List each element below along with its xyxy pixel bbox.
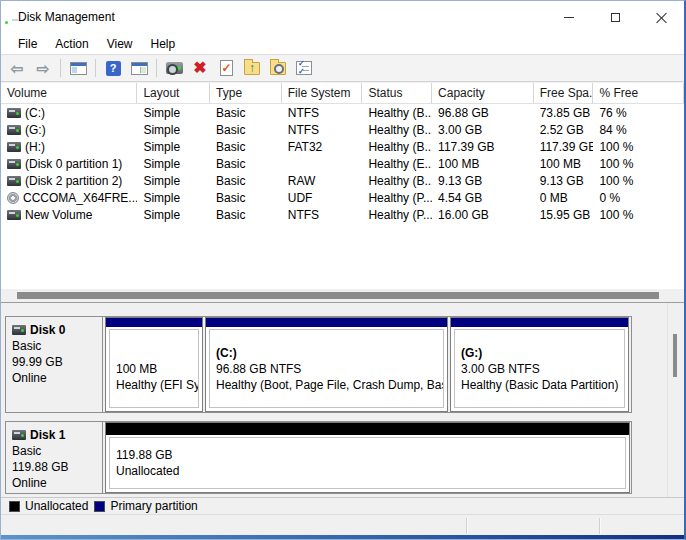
partition-c[interactable]: (C:) 96.88 GB NTFS Healthy (Boot, Page F… xyxy=(205,317,448,412)
properties-list-button[interactable] xyxy=(292,57,316,79)
header-free-space[interactable]: Free Spa... xyxy=(534,83,594,103)
unallocated-region[interactable]: 119.88 GB Unallocated xyxy=(105,422,630,493)
legend-item-unallocated: Unallocated xyxy=(9,499,88,513)
status-bar-separator xyxy=(466,518,467,534)
disk-icon xyxy=(12,325,26,335)
cell-capacity: 117.39 GB xyxy=(432,140,534,154)
cell-type: Basic xyxy=(210,191,282,205)
partition-efi[interactable]: 100 MB Healthy (EFI Sys xyxy=(105,317,203,412)
disk-status: Online xyxy=(12,370,96,386)
cell-pct-free: 76 % xyxy=(593,106,684,120)
cell-status: Healthy (E... xyxy=(362,157,432,171)
minimize-icon xyxy=(564,17,574,18)
disk-1-label[interactable]: Disk 1 Basic 119.88 GB Online xyxy=(6,422,103,493)
window-bottom-border xyxy=(1,535,684,539)
open-button[interactable] xyxy=(240,57,264,79)
volume-list-header: Volume Layout Type File System Status Ca… xyxy=(1,83,684,104)
forward-button[interactable]: ⇨ xyxy=(31,57,55,79)
cell-type: Basic xyxy=(210,106,282,120)
cell-capacity: 100 MB xyxy=(432,157,534,171)
partition-g[interactable]: (G:) 3.00 GB NTFS Healthy (Basic Data Pa… xyxy=(450,317,629,412)
close-icon xyxy=(656,12,667,23)
volume-name: CCCOMA_X64FRE... xyxy=(23,191,137,205)
cell-status: Healthy (P... xyxy=(362,208,432,222)
minimize-button[interactable] xyxy=(546,1,592,33)
table-row[interactable]: (G:) Simple Basic NTFS Healthy (B... 3.0… xyxy=(1,121,684,138)
header-pct-free[interactable]: % Free xyxy=(593,83,684,103)
header-file-system[interactable]: File System xyxy=(282,83,363,103)
cell-free-space: 15.95 GB xyxy=(534,208,594,222)
menu-file[interactable]: File xyxy=(9,35,46,53)
close-button[interactable] xyxy=(638,1,684,33)
maximize-button[interactable] xyxy=(592,1,638,33)
toolbar-separator xyxy=(60,59,61,77)
explore-button[interactable] xyxy=(266,57,290,79)
cd-icon xyxy=(7,192,19,204)
cell-type: Basic xyxy=(210,208,282,222)
header-volume[interactable]: Volume xyxy=(1,83,137,103)
table-row[interactable]: (H:) Simple Basic FAT32 Healthy (B... 11… xyxy=(1,138,684,155)
disk-properties-button[interactable] xyxy=(162,57,186,79)
table-row[interactable]: (C:) Simple Basic NTFS Healthy (B... 96.… xyxy=(1,104,684,121)
vertical-scrollbar-thumb[interactable] xyxy=(673,334,677,377)
maximize-icon xyxy=(611,13,620,22)
cell-file-system: UDF xyxy=(282,191,363,205)
header-type[interactable]: Type xyxy=(210,83,282,103)
cell-layout: Simple xyxy=(137,157,210,171)
vertical-scrollbar[interactable] xyxy=(667,303,681,497)
header-capacity[interactable]: Capacity xyxy=(432,83,534,103)
table-row[interactable]: New Volume Simple Basic NTFS Healthy (P.… xyxy=(1,206,684,223)
cell-file-system: NTFS xyxy=(282,106,363,120)
partition-color-bar xyxy=(451,318,628,327)
cell-status: Healthy (B... xyxy=(362,106,432,120)
cell-status: Healthy (B... xyxy=(362,123,432,137)
disk-0-row: Disk 0 Basic 99.99 GB Online 100 MB Heal… xyxy=(5,316,632,413)
partition-size: 3.00 GB NTFS xyxy=(461,361,618,377)
horizontal-scrollbar-thumb[interactable] xyxy=(17,292,659,299)
horizontal-scrollbar[interactable] xyxy=(1,289,684,302)
help-button[interactable]: ? xyxy=(101,57,125,79)
delete-volume-button[interactable]: ✖ xyxy=(188,57,212,79)
partition-color-bar xyxy=(106,318,202,327)
disk-management-window: Disk Management File Action View Help ⇦ … xyxy=(0,0,686,540)
show-console-tree-button[interactable] xyxy=(66,57,90,79)
back-button[interactable]: ⇦ xyxy=(5,57,29,79)
menu-action[interactable]: Action xyxy=(46,35,97,53)
volume-name: (H:) xyxy=(25,140,45,154)
menu-help[interactable]: Help xyxy=(142,35,185,53)
disk-0-label[interactable]: Disk 0 Basic 99.99 GB Online xyxy=(6,317,103,412)
table-row[interactable]: (Disk 2 partition 2) Simple Basic RAW He… xyxy=(1,172,684,189)
cell-pct-free: 100 % xyxy=(593,208,684,222)
volume-name: (G:) xyxy=(25,123,46,137)
show-action-pane-button[interactable] xyxy=(127,57,151,79)
title-bar: Disk Management xyxy=(1,1,684,33)
back-icon: ⇦ xyxy=(11,61,24,76)
cell-free-space: 2.52 GB xyxy=(534,123,594,137)
menu-view[interactable]: View xyxy=(98,35,142,53)
toolbar-separator xyxy=(95,59,96,77)
cell-status: Healthy (B... xyxy=(362,140,432,154)
status-bar xyxy=(1,514,684,537)
forward-icon: ⇨ xyxy=(37,61,50,76)
cell-layout: Simple xyxy=(137,106,210,120)
disk-icon xyxy=(7,142,21,152)
disk-icon xyxy=(7,108,21,118)
cell-file-system: NTFS xyxy=(282,123,363,137)
cell-capacity: 3.00 GB xyxy=(432,123,534,137)
cell-layout: Simple xyxy=(137,140,210,154)
cell-free-space: 100 MB xyxy=(534,157,594,171)
disk-icon xyxy=(7,210,21,220)
cell-layout: Simple xyxy=(137,208,210,222)
header-layout[interactable]: Layout xyxy=(137,83,210,103)
toolbar-separator xyxy=(156,59,157,77)
disk-icon xyxy=(7,159,21,169)
table-row[interactable]: CCCOMA_X64FRE... Simple Basic UDF Health… xyxy=(1,189,684,206)
cell-type: Basic xyxy=(210,157,282,171)
task-check-button[interactable] xyxy=(214,57,238,79)
primary-partition-swatch xyxy=(94,501,105,512)
cell-pct-free: 100 % xyxy=(593,140,684,154)
disk-name: Disk 1 xyxy=(30,427,65,443)
partition-size: 119.88 GB xyxy=(116,447,619,463)
header-status[interactable]: Status xyxy=(362,83,432,103)
table-row[interactable]: (Disk 0 partition 1) Simple Basic Health… xyxy=(1,155,684,172)
